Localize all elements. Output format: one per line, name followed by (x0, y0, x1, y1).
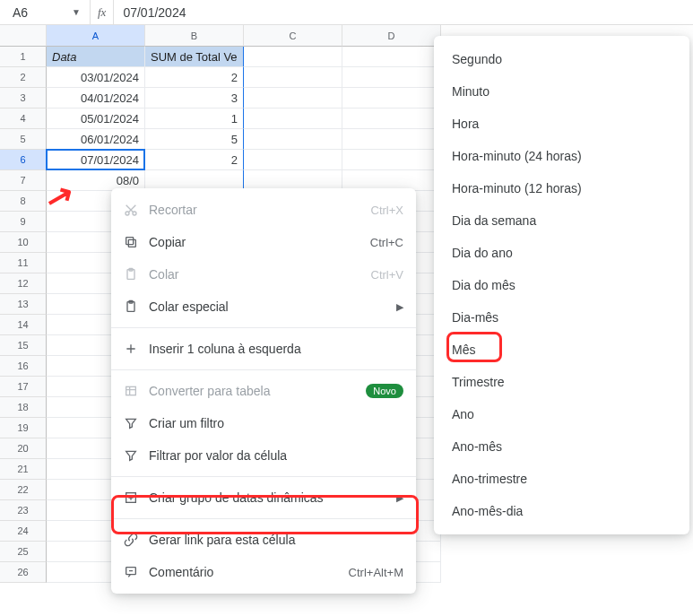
submenu-item[interactable]: Dia da semana (434, 204, 689, 237)
menu-convert-table-label: Converter para tabela (149, 384, 366, 398)
name-box[interactable]: A6 ▼ (0, 5, 90, 20)
row-header[interactable]: 3 (0, 88, 47, 108)
cell[interactable] (244, 88, 342, 108)
menu-separator (111, 369, 416, 370)
svg-rect-3 (126, 238, 134, 245)
submenu-item[interactable]: Mês (434, 334, 689, 366)
cell[interactable]: 06/01/2024 (47, 129, 145, 150)
row-header[interactable]: 20 (0, 438, 47, 459)
row-header[interactable]: 8 (0, 191, 47, 212)
row-header[interactable]: 14 (0, 315, 47, 335)
filter-value-icon (124, 448, 149, 463)
cell[interactable]: 03/01/2024 (47, 67, 145, 88)
row-header[interactable]: 10 (0, 232, 47, 253)
row-header[interactable]: 2 (0, 67, 47, 88)
cell[interactable]: 05/01/2024 (47, 108, 145, 129)
cell[interactable]: 3 (145, 88, 244, 108)
row-header[interactable]: 17 (0, 377, 47, 397)
menu-comment-label: Comentário (149, 565, 349, 579)
submenu-item[interactable]: Dia do ano (434, 237, 689, 269)
submenu-item[interactable]: Dia-mês (434, 301, 689, 334)
menu-date-group[interactable]: Criar grupo de datas dinâmicas ▶ (111, 482, 416, 514)
menu-cut[interactable]: Recortar Ctrl+X (111, 194, 416, 226)
submenu-item[interactable]: Ano-mês (434, 430, 689, 463)
menu-get-link-label: Gerar link para esta célula (149, 533, 403, 547)
cell[interactable] (342, 88, 441, 108)
svg-rect-8 (126, 386, 136, 395)
column-header-c[interactable]: C (244, 25, 342, 47)
row-header[interactable]: 22 (0, 480, 47, 500)
menu-convert-table[interactable]: Converter para tabela Novo (111, 375, 416, 407)
row-header[interactable]: 11 (0, 253, 47, 273)
cell[interactable] (244, 47, 342, 67)
submenu-item[interactable]: Hora-minuto (12 horas) (434, 172, 689, 204)
formula-bar[interactable]: 07/01/2024 (114, 5, 693, 20)
select-all-corner[interactable] (0, 25, 47, 47)
row-header[interactable]: 19 (0, 418, 47, 438)
menu-paste-shortcut: Ctrl+V (371, 268, 403, 282)
row-header[interactable]: 7 (0, 170, 47, 191)
cell[interactable] (244, 129, 342, 150)
row-header[interactable]: 18 (0, 397, 47, 418)
column-header-b[interactable]: B (145, 25, 244, 47)
row-header[interactable]: 16 (0, 356, 47, 377)
menu-get-link[interactable]: Gerar link para esta célula (111, 524, 416, 556)
fx-icon: fx (90, 0, 114, 24)
submenu-item[interactable]: Hora-minuto (24 horas) (434, 140, 689, 172)
cell[interactable] (244, 67, 342, 88)
cell[interactable] (342, 129, 441, 150)
name-box-value: A6 (13, 5, 28, 20)
menu-copy[interactable]: Copiar Ctrl+C (111, 226, 416, 258)
cell[interactable]: 1 (145, 108, 244, 129)
chevron-down-icon: ▼ (72, 7, 81, 17)
row-header[interactable]: 6 (0, 150, 47, 170)
date-group-submenu: SegundoMinutoHoraHora-minuto (24 horas)H… (434, 36, 689, 534)
submenu-item[interactable]: Trimestre (434, 366, 689, 398)
cell[interactable]: SUM de Total Ve (145, 47, 244, 67)
column-header-d[interactable]: D (342, 25, 441, 47)
menu-insert-column[interactable]: Inserir 1 coluna à esquerda (111, 333, 416, 365)
submenu-item[interactable]: Segundo (434, 43, 689, 75)
paste-icon (124, 267, 149, 282)
cell[interactable] (244, 150, 342, 170)
row-header[interactable]: 21 (0, 459, 47, 480)
row-header[interactable]: 26 (0, 562, 47, 583)
submenu-item[interactable]: Hora (434, 108, 689, 140)
cell[interactable]: 07/01/2024 (47, 150, 145, 170)
cell[interactable] (342, 108, 441, 129)
row-header[interactable]: 13 (0, 294, 47, 315)
row-header[interactable]: 9 (0, 212, 47, 232)
menu-create-filter[interactable]: Criar um filtro (111, 407, 416, 439)
cell[interactable]: 2 (145, 150, 244, 170)
cell[interactable]: Data (47, 47, 145, 67)
row-header[interactable]: 24 (0, 521, 47, 542)
row-header[interactable]: 4 (0, 108, 47, 129)
plus-icon (124, 342, 149, 356)
link-icon (124, 533, 149, 547)
cell[interactable] (342, 150, 441, 170)
cell[interactable] (342, 47, 441, 67)
row-header[interactable]: 23 (0, 500, 47, 521)
menu-filter-by-value[interactable]: Filtrar por valor da célula (111, 439, 416, 472)
cell[interactable]: 04/01/2024 (47, 88, 145, 108)
cell[interactable] (342, 67, 441, 88)
menu-paste[interactable]: Colar Ctrl+V (111, 258, 416, 291)
menu-comment[interactable]: Comentário Ctrl+Alt+M (111, 556, 416, 588)
namebox-row: A6 ▼ fx 07/01/2024 (0, 0, 693, 25)
submenu-item[interactable]: Ano (434, 398, 689, 430)
row-header[interactable]: 5 (0, 129, 47, 150)
row-header[interactable]: 1 (0, 47, 47, 67)
cell[interactable]: 2 (145, 67, 244, 88)
cell[interactable]: 5 (145, 129, 244, 150)
submenu-item[interactable]: Ano-mês-dia (434, 495, 689, 527)
submenu-item[interactable]: Minuto (434, 75, 689, 108)
submenu-item[interactable]: Dia do mês (434, 269, 689, 301)
copy-icon (124, 235, 149, 249)
row-header[interactable]: 25 (0, 542, 47, 562)
cell[interactable] (244, 108, 342, 129)
row-header[interactable]: 12 (0, 273, 47, 294)
column-header-a[interactable]: A (47, 25, 145, 47)
menu-paste-special[interactable]: Colar especial ▶ (111, 291, 416, 323)
row-header[interactable]: 15 (0, 335, 47, 356)
submenu-item[interactable]: Ano-trimestre (434, 463, 689, 495)
